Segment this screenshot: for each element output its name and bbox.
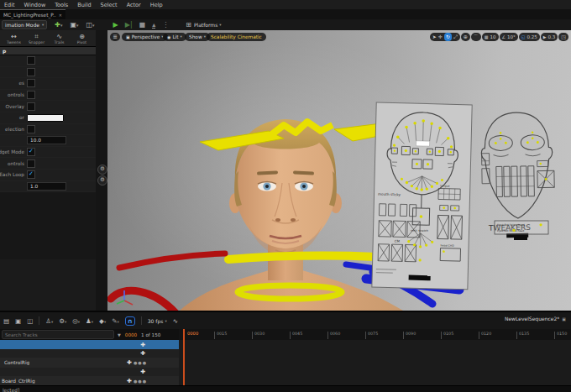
checkbox[interactable] xyxy=(27,102,35,111)
main-toolbar: imation Mode ▾ ✚▾ ▣▾ ◫▾ ▶ ▶| ■ ▴ ⋮ ⊞ Pla… xyxy=(0,19,571,31)
track-options-icon[interactable]: ●●● xyxy=(134,379,147,384)
tool-snapper[interactable]: ⌗ Snapper xyxy=(26,33,47,44)
sequence-breadcrumb[interactable]: NewLevelSequence2* ▣ xyxy=(505,316,566,321)
add-section-icon[interactable]: ✚ xyxy=(127,378,132,384)
fps-dropdown[interactable]: 30 fps▾ xyxy=(148,318,167,324)
camera-icon[interactable]: ▣ xyxy=(15,317,21,325)
platforms-dropdown[interactable]: Platforms xyxy=(194,22,217,28)
coordinate-space-toggle[interactable]: ⊕ xyxy=(461,33,470,41)
menu-select[interactable]: Select xyxy=(101,2,118,8)
menu-tools[interactable]: Tools xyxy=(55,2,68,8)
jaw-control-gizmo xyxy=(228,256,376,259)
sequence-lock-icon[interactable]: ▣ xyxy=(562,316,566,321)
checkbox-checked[interactable] xyxy=(27,148,35,156)
property-row: ontrols xyxy=(0,90,96,102)
actions-icon[interactable]: ♙▾ xyxy=(45,317,53,325)
select-tool-icon[interactable]: ➤ xyxy=(432,33,437,41)
menu-window[interactable]: Window xyxy=(24,2,46,8)
cm-label: CM xyxy=(395,239,401,243)
current-frame[interactable]: 0000 xyxy=(125,332,137,337)
cinematics-button[interactable]: ◫▾ xyxy=(86,19,95,31)
perspective-dropdown[interactable]: ▣ Perspective▾ xyxy=(122,33,168,41)
checkbox[interactable] xyxy=(27,159,35,168)
maximize-icon: ◳ xyxy=(561,33,566,41)
animation-mode-dropdown[interactable]: imation Mode ▾ xyxy=(2,20,47,29)
ruler-tick: 0045 xyxy=(290,332,302,339)
checkbox[interactable] xyxy=(27,56,35,65)
facial-control-board[interactable]: mouth sticky tongue C xyxy=(370,102,475,294)
add-track-icon[interactable]: ✚ xyxy=(140,368,145,375)
scale-snap-control[interactable]: ◱ 0.25 xyxy=(519,33,540,41)
keyframe-options-icon[interactable]: ◆▾ xyxy=(99,317,106,325)
viewport[interactable]: mouth sticky tongue C xyxy=(107,30,571,311)
filter-icon[interactable]: ▼ xyxy=(118,332,121,337)
stop-button[interactable]: ■ xyxy=(139,21,146,29)
render-movie-icon[interactable]: ◫ xyxy=(27,317,33,325)
play-button[interactable]: ▶ xyxy=(113,21,118,29)
scale-tool-icon[interactable]: ⤢ xyxy=(453,33,458,41)
view-options-icon[interactable]: ◎▾ xyxy=(72,317,80,325)
level-tab[interactable]: MC_LightingPreset_P.. ✕ xyxy=(0,9,65,19)
add-actor-button[interactable]: ✚▾ xyxy=(55,19,62,31)
edit-mode-icon[interactable]: ✎▾ xyxy=(112,317,119,325)
playhead[interactable] xyxy=(183,329,185,385)
grid-snap-control[interactable]: ▦ 10 xyxy=(482,33,499,41)
checkbox-checked[interactable] xyxy=(27,170,35,179)
ruler-tick: 0060 xyxy=(327,332,340,339)
track-row-selected[interactable]: ✚ xyxy=(0,340,179,349)
menu-actor[interactable]: Actor xyxy=(127,2,141,8)
property-row: election xyxy=(0,124,96,136)
track-options-icon[interactable]: ●●● xyxy=(134,360,147,365)
menu-help[interactable]: Help xyxy=(150,2,163,8)
autokey-toggle[interactable]: ∩ xyxy=(125,316,135,326)
tool-tweens[interactable]: ↔ Tweens xyxy=(3,33,24,44)
play-options-kebab-icon[interactable]: ⋮ xyxy=(162,21,169,29)
settings-wrench-icon[interactable]: ⚙▾ xyxy=(59,317,66,325)
chevron-down-icon: ▾ xyxy=(42,21,44,29)
viewport-options-button[interactable]: ☰ xyxy=(110,33,120,41)
track-row-spacer[interactable]: ✚ xyxy=(0,368,179,376)
checkbox[interactable] xyxy=(27,125,35,133)
lit-dropdown[interactable]: ◉ Lit▾ xyxy=(163,33,186,41)
add-section-icon[interactable]: ✚ xyxy=(127,359,132,366)
tool-pivot[interactable]: ⊕ Pivot xyxy=(71,33,92,44)
search-tracks-input[interactable] xyxy=(2,330,114,339)
gear-icon[interactable]: ⚙ xyxy=(97,165,107,175)
save-icon[interactable]: ▤ xyxy=(3,317,9,325)
menu-edit[interactable]: Edit xyxy=(4,2,15,8)
close-icon[interactable]: ✕ xyxy=(59,13,62,18)
number-input[interactable]: 10.0 xyxy=(27,136,66,144)
scale-snap-icon: ◱ xyxy=(521,33,526,41)
skip-button[interactable]: ▶| xyxy=(125,21,133,29)
panel-section-header[interactable]: p xyxy=(0,47,96,55)
add-track-icon[interactable]: ✚ xyxy=(140,350,145,357)
camera-speed-icon: ▶ xyxy=(543,33,547,41)
mouth-sticky-label: mouth sticky xyxy=(378,192,401,197)
track-list: ✚ ✚ _ControlRig ✚ ●●● ✚ Board_CtrlRig ✚ … xyxy=(0,340,571,385)
rotation-snap-control[interactable]: ∠ 10° xyxy=(500,33,518,41)
rotate-tool-icon[interactable]: ↻ xyxy=(444,33,452,41)
move-tool-icon[interactable]: ✛ xyxy=(438,33,443,41)
scalability-warning-button[interactable]: Scalability Cinematic xyxy=(207,33,266,41)
number-input[interactable]: 1.0 xyxy=(27,182,66,191)
checkbox[interactable] xyxy=(27,91,35,99)
eject-button[interactable]: ▴ xyxy=(152,22,155,29)
menu-build[interactable]: Build xyxy=(77,2,91,8)
blueprints-button[interactable]: ▣▾ xyxy=(70,19,78,31)
tool-trails[interactable]: ∿ Trails xyxy=(49,33,70,44)
add-track-icon[interactable]: ✚ xyxy=(140,342,145,348)
playback-options-icon[interactable]: ♟▾ xyxy=(86,317,93,325)
checkbox[interactable] xyxy=(27,68,35,76)
track-row-controlrig[interactable]: _ControlRig ✚ ●●● xyxy=(0,358,179,368)
camera-speed-control[interactable]: ▶ 0.3 xyxy=(541,33,558,41)
lightbulb-icon: ◉ xyxy=(167,33,170,41)
surface-snap-toggle[interactable]: ⌒ xyxy=(471,33,481,41)
timeline-ruler[interactable]: 0015 0030 0045 0060 0075 0090 0105 0120 … xyxy=(179,329,571,341)
asset-tab-bar: MC_LightingPreset_P.. ✕ xyxy=(0,9,571,19)
checkbox[interactable] xyxy=(27,79,35,87)
curve-editor-icon[interactable]: ∿ xyxy=(173,317,178,325)
color-swatch[interactable] xyxy=(27,114,64,122)
track-row-spacer[interactable]: ✚ xyxy=(0,349,179,358)
viewport-maximize-button[interactable]: ◳ xyxy=(558,33,568,41)
gear-icon[interactable]: ⚙ xyxy=(97,175,107,186)
